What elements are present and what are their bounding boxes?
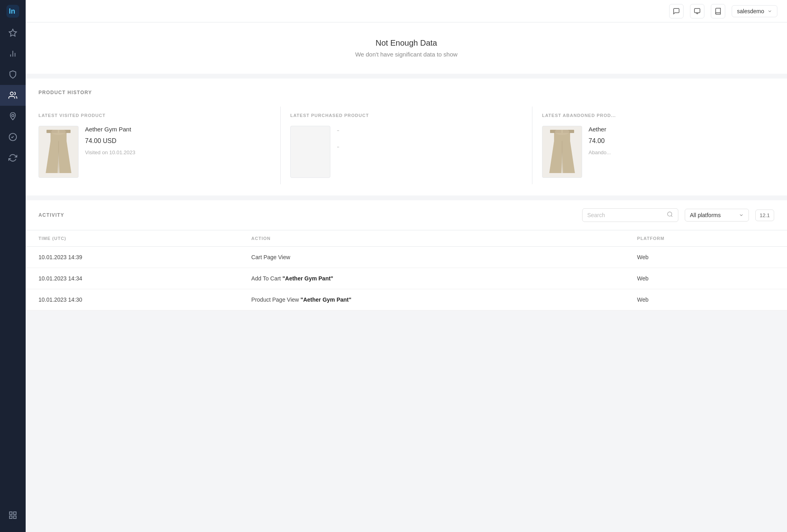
search-icon bbox=[667, 211, 673, 219]
svg-point-24 bbox=[668, 212, 672, 216]
latest-abandoned-price: 74.00 bbox=[589, 137, 774, 145]
latest-visited-content: Aether Gym Pant 74.00 USD Visited on 10.… bbox=[38, 126, 271, 178]
chat-icon-button[interactable] bbox=[669, 4, 684, 18]
latest-visited-date: Visited on 10.01.2023 bbox=[85, 149, 271, 155]
svg-rect-13 bbox=[695, 8, 700, 13]
table-row: 10.01.2023 14:30Product Page View "Aethe… bbox=[26, 289, 787, 310]
svg-point-6 bbox=[10, 92, 13, 95]
latest-abandoned-image bbox=[542, 126, 582, 178]
sidebar-item-users[interactable] bbox=[0, 85, 26, 106]
svg-line-25 bbox=[671, 216, 672, 217]
latest-abandoned-card: LATEST ABANDONED PROD... bbox=[532, 107, 774, 184]
product-history-title: PRODUCT HISTORY bbox=[38, 90, 774, 95]
svg-rect-12 bbox=[14, 516, 16, 518]
activity-title: ACTIVITY bbox=[38, 212, 576, 218]
cell-action: Product Page View "Aether Gym Pant" bbox=[239, 289, 624, 310]
sidebar-item-segments[interactable] bbox=[0, 64, 26, 85]
account-name: salesdemo bbox=[737, 8, 764, 14]
latest-abandoned-label: LATEST ABANDONED PROD... bbox=[542, 113, 774, 118]
activity-header: ACTIVITY All platforms bbox=[26, 200, 787, 230]
cell-platform: Web bbox=[624, 247, 787, 268]
sidebar-item-grid[interactable] bbox=[0, 505, 26, 526]
latest-abandoned-content: Aether 74.00 Abando... bbox=[542, 126, 774, 178]
latest-purchased-name: - bbox=[337, 126, 522, 135]
sidebar-item-favorites[interactable] bbox=[0, 22, 26, 43]
col-platform: PLATFORM bbox=[624, 230, 787, 247]
message-icon-button[interactable] bbox=[690, 4, 704, 18]
latest-visited-image bbox=[38, 126, 79, 178]
no-data-section: Not Enough Data We don't have significan… bbox=[26, 22, 787, 74]
svg-point-7 bbox=[12, 114, 14, 117]
main-area: salesdemo Not Enough Data We don't have … bbox=[26, 0, 787, 532]
topbar: salesdemo bbox=[26, 0, 787, 22]
dropdown-chevron-icon bbox=[739, 213, 744, 218]
platform-filter-label: All platforms bbox=[690, 212, 736, 218]
latest-abandoned-date: Abando... bbox=[589, 149, 774, 155]
cell-platform: Web bbox=[624, 289, 787, 310]
latest-abandoned-name: Aether bbox=[589, 126, 774, 133]
latest-purchased-price: - bbox=[337, 142, 522, 151]
latest-visited-price: 74.00 USD bbox=[85, 137, 271, 145]
content-area: Not Enough Data We don't have significan… bbox=[26, 22, 787, 532]
latest-purchased-card: LATEST PURCHASED PRODUCT - - bbox=[281, 107, 532, 184]
sidebar-item-refresh[interactable] bbox=[0, 147, 26, 168]
activity-table: TIME (UTC) ACTION PLATFORM 10.01.2023 14… bbox=[26, 230, 787, 310]
activity-section: ACTIVITY All platforms bbox=[26, 200, 787, 310]
svg-text:In: In bbox=[9, 7, 15, 15]
platform-filter-dropdown[interactable]: All platforms bbox=[685, 209, 749, 222]
latest-visited-card: LATEST VISITED PRODUCT bbox=[38, 107, 281, 184]
latest-visited-label: LATEST VISITED PRODUCT bbox=[38, 113, 271, 118]
sidebar-item-predictions[interactable] bbox=[0, 127, 26, 147]
activity-table-header-row: TIME (UTC) ACTION PLATFORM bbox=[26, 230, 787, 247]
activity-table-header: TIME (UTC) ACTION PLATFORM bbox=[26, 230, 787, 247]
col-time: TIME (UTC) bbox=[26, 230, 239, 247]
latest-purchased-content: - - bbox=[290, 126, 522, 178]
cell-platform: Web bbox=[624, 268, 787, 289]
activity-table-body: 10.01.2023 14:39Cart Page ViewWeb10.01.2… bbox=[26, 247, 787, 310]
svg-rect-10 bbox=[14, 512, 16, 514]
col-action: ACTION bbox=[239, 230, 624, 247]
cell-time: 10.01.2023 14:39 bbox=[26, 247, 239, 268]
cell-action: Cart Page View bbox=[239, 247, 624, 268]
cell-action: Add To Cart "Aether Gym Pant" bbox=[239, 268, 624, 289]
latest-purchased-image bbox=[290, 126, 330, 178]
no-data-title: Not Enough Data bbox=[35, 38, 777, 48]
table-row: 10.01.2023 14:39Cart Page ViewWeb bbox=[26, 247, 787, 268]
search-box[interactable] bbox=[582, 208, 678, 222]
product-cards: LATEST VISITED PRODUCT bbox=[38, 107, 774, 184]
svg-marker-2 bbox=[9, 29, 16, 36]
sidebar-item-location[interactable] bbox=[0, 106, 26, 127]
latest-purchased-label: LATEST PURCHASED PRODUCT bbox=[290, 113, 522, 118]
account-selector[interactable]: salesdemo bbox=[732, 5, 777, 17]
book-icon-button[interactable] bbox=[711, 4, 725, 18]
svg-rect-11 bbox=[10, 516, 12, 518]
search-input[interactable] bbox=[587, 212, 664, 218]
page-number: 12.1 bbox=[755, 210, 774, 221]
latest-abandoned-info: Aether 74.00 Abando... bbox=[589, 126, 774, 155]
svg-rect-9 bbox=[10, 512, 12, 514]
cell-time: 10.01.2023 14:30 bbox=[26, 289, 239, 310]
no-data-subtitle: We don't have significant data to show bbox=[35, 51, 777, 58]
sidebar: In bbox=[0, 0, 26, 532]
latest-visited-name: Aether Gym Pant bbox=[85, 126, 271, 133]
sidebar-item-analytics[interactable] bbox=[0, 43, 26, 64]
latest-visited-info: Aether Gym Pant 74.00 USD Visited on 10.… bbox=[85, 126, 271, 155]
table-row: 10.01.2023 14:34Add To Cart "Aether Gym … bbox=[26, 268, 787, 289]
latest-purchased-info: - - bbox=[337, 126, 522, 151]
sidebar-logo[interactable]: In bbox=[0, 0, 26, 22]
chevron-down-icon bbox=[767, 9, 772, 14]
product-history-section: PRODUCT HISTORY LATEST VISITED PRODUCT bbox=[26, 79, 787, 195]
cell-time: 10.01.2023 14:34 bbox=[26, 268, 239, 289]
